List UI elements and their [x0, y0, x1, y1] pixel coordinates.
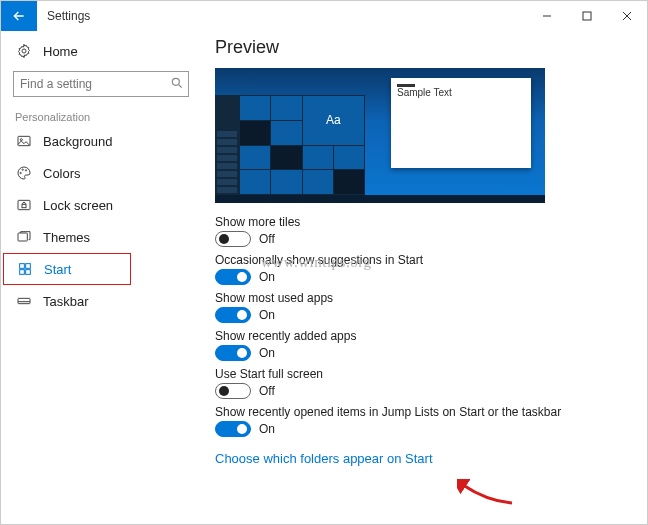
- svg-rect-14: [26, 264, 31, 269]
- sidebar-item-lockscreen[interactable]: Lock screen: [1, 189, 201, 221]
- main-panel: Preview Aa Sample Text Show more tilesOf…: [201, 31, 647, 524]
- svg-point-9: [25, 170, 26, 171]
- sidebar-item-colors[interactable]: Colors: [1, 157, 201, 189]
- titlebar: Settings: [1, 1, 647, 31]
- toggle-state: On: [259, 346, 275, 360]
- sidebar-item-label: Colors: [43, 166, 81, 181]
- picture-icon: [15, 132, 33, 150]
- maximize-button[interactable]: [567, 1, 607, 31]
- sidebar: Home Personalization Background Colors L…: [1, 31, 201, 524]
- toggle-state: On: [259, 422, 275, 436]
- toggle-state: Off: [259, 384, 275, 398]
- svg-rect-12: [18, 233, 27, 241]
- preview-thumbnail: Aa Sample Text: [215, 68, 545, 203]
- svg-rect-13: [20, 264, 25, 269]
- toggle-switch[interactable]: [215, 231, 251, 247]
- search-icon: [170, 76, 184, 93]
- toggle-switch[interactable]: [215, 307, 251, 323]
- taskbar-icon: [15, 292, 33, 310]
- start-icon: [16, 260, 34, 278]
- sidebar-item-background[interactable]: Background: [1, 125, 201, 157]
- themes-icon: [15, 228, 33, 246]
- preview-sample-text: Sample Text: [391, 87, 531, 98]
- sidebar-item-label: Taskbar: [43, 294, 89, 309]
- toggle-switch[interactable]: [215, 383, 251, 399]
- sidebar-home-label: Home: [43, 44, 78, 59]
- setting-label: Show recently opened items in Jump Lists…: [215, 405, 633, 419]
- svg-rect-17: [18, 298, 30, 303]
- sidebar-item-label: Themes: [43, 230, 90, 245]
- window-title: Settings: [37, 1, 527, 31]
- toggle-state: On: [259, 270, 275, 284]
- sidebar-item-label: Background: [43, 134, 112, 149]
- window-controls: [527, 1, 647, 31]
- page-heading: Preview: [215, 37, 633, 58]
- toggle-state: Off: [259, 232, 275, 246]
- svg-point-2: [22, 49, 26, 53]
- search-field[interactable]: [20, 77, 170, 91]
- sidebar-item-start[interactable]: Start: [3, 253, 131, 285]
- minimize-button[interactable]: [527, 1, 567, 31]
- sidebar-item-taskbar[interactable]: Taskbar: [1, 285, 201, 317]
- setting-label: Use Start full screen: [215, 367, 633, 381]
- svg-rect-11: [22, 204, 26, 207]
- svg-rect-15: [20, 270, 25, 275]
- arrow-left-icon: [11, 8, 27, 24]
- svg-rect-16: [26, 270, 31, 275]
- toggle-switch[interactable]: [215, 269, 251, 285]
- lockscreen-icon: [15, 196, 33, 214]
- choose-folders-link[interactable]: Choose which folders appear on Start: [215, 451, 433, 466]
- gear-icon: [15, 42, 33, 60]
- sidebar-item-themes[interactable]: Themes: [1, 221, 201, 253]
- toggle-switch[interactable]: [215, 421, 251, 437]
- svg-point-3: [172, 78, 179, 85]
- preview-tile-aa: Aa: [303, 96, 365, 145]
- close-icon: [622, 11, 632, 21]
- svg-point-8: [22, 169, 23, 170]
- preview-window: Sample Text: [391, 78, 531, 168]
- setting-label: Show more tiles: [215, 215, 633, 229]
- sidebar-item-label: Start: [44, 262, 71, 277]
- close-button[interactable]: [607, 1, 647, 31]
- back-button[interactable]: [1, 1, 37, 31]
- setting-label: Show recently added apps: [215, 329, 633, 343]
- toggle-state: On: [259, 308, 275, 322]
- toggle-switch[interactable]: [215, 345, 251, 361]
- minimize-icon: [542, 11, 552, 21]
- svg-rect-1: [583, 12, 591, 20]
- svg-line-4: [179, 84, 182, 87]
- sidebar-section-label: Personalization: [1, 103, 201, 125]
- sidebar-item-label: Lock screen: [43, 198, 113, 213]
- svg-point-7: [20, 172, 21, 173]
- palette-icon: [15, 164, 33, 182]
- search-input[interactable]: [13, 71, 189, 97]
- setting-label: Show most used apps: [215, 291, 633, 305]
- svg-rect-10: [18, 200, 30, 209]
- setting-label: Occasionally show suggestions in Start: [215, 253, 633, 267]
- maximize-icon: [582, 11, 592, 21]
- sidebar-home[interactable]: Home: [1, 37, 201, 65]
